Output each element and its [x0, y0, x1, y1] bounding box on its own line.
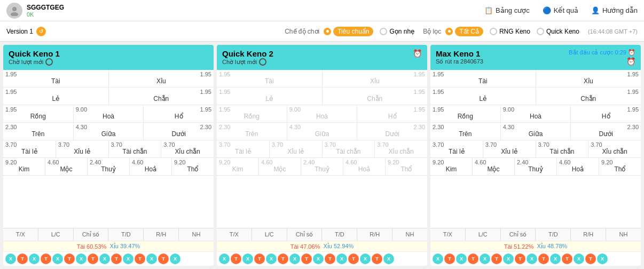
- chip-3[interactable]: T: [41, 254, 51, 264]
- chip-1[interactable]: T: [17, 254, 28, 264]
- bet-cell-Thổ[interactable]: 9.20Thổ: [599, 158, 641, 175]
- chip-13[interactable]: T: [158, 254, 169, 264]
- bet-cell-Thuỷ[interactable]: 2.40Thuỷ: [301, 158, 343, 175]
- bet-cell-Giữa[interactable]: 4.30Giữa: [501, 123, 571, 140]
- bet-cell-Thuỷ[interactable]: 2.40Thuỷ: [88, 158, 130, 175]
- bet-cell-Mộc[interactable]: 4.60Mộc: [45, 158, 88, 175]
- chip-4[interactable]: X: [266, 254, 277, 264]
- nav-bang-cuoc[interactable]: 📋 Bảng cược: [484, 6, 530, 14]
- bet-cell-Dưới[interactable]: 2.30Dưới: [357, 123, 427, 140]
- tab-lc[interactable]: L/C: [466, 228, 501, 241]
- bet-cell-Hoả[interactable]: 4.60Hoả: [130, 158, 172, 175]
- chip-14[interactable]: X: [597, 254, 608, 264]
- bet-cell-Lẻ[interactable]: 1.95Lẻ: [3, 88, 109, 105]
- bet-cell-Xỉu lẻ[interactable]: 3.70Xỉu lẻ: [483, 140, 536, 157]
- chip-2[interactable]: X: [29, 254, 40, 264]
- bet-cell-Xỉu chẵn[interactable]: 3.70Xỉu chẵn: [588, 140, 641, 157]
- bet-cell-Thổ[interactable]: 9.20Thổ: [386, 158, 427, 175]
- tab-rh[interactable]: R/H: [571, 228, 606, 241]
- tab-tx[interactable]: T/X: [430, 228, 466, 241]
- bet-cell-Thổ[interactable]: 9.20Thổ: [172, 158, 214, 175]
- bet-cell-Xỉu[interactable]: 1.95Xỉu: [109, 70, 214, 87]
- bet-cell-Hoà[interactable]: 9.00Hoà: [501, 105, 571, 122]
- bet-cell-Kim[interactable]: 9.20Kim: [430, 158, 473, 175]
- bet-cell-Dưới[interactable]: 2.30Dưới: [571, 123, 641, 140]
- chip-6[interactable]: X: [289, 254, 300, 264]
- chip-7[interactable]: T: [301, 254, 312, 264]
- chip-8[interactable]: X: [527, 254, 537, 264]
- tieu-chuan-radio[interactable]: [324, 28, 331, 35]
- chip-3[interactable]: T: [254, 254, 265, 264]
- tab-chỉ số[interactable]: Chỉ số: [287, 228, 323, 241]
- bet-cell-Hổ[interactable]: 1.95Hổ: [357, 105, 427, 122]
- bet-cell-Lẻ[interactable]: 1.95Lẻ: [217, 88, 323, 105]
- bet-cell-Chẵn[interactable]: 1.95Chẵn: [109, 88, 214, 105]
- chip-8[interactable]: X: [99, 254, 110, 264]
- bet-cell-Hoà[interactable]: 9.00Hoà: [287, 105, 358, 122]
- quick-keno-radio[interactable]: [537, 28, 544, 35]
- chip-14[interactable]: X: [383, 254, 394, 264]
- refresh-icon[interactable]: ↺: [36, 27, 46, 36]
- tab-lc[interactable]: L/C: [38, 228, 74, 241]
- chip-11[interactable]: T: [348, 254, 359, 264]
- rng-keno-radio[interactable]: [490, 28, 497, 35]
- chip-1[interactable]: T: [231, 254, 241, 264]
- bet-cell-Tài chẵn[interactable]: 3.70Tài chẵn: [109, 140, 162, 157]
- bet-cell-Mộc[interactable]: 4.60Mộc: [473, 158, 515, 175]
- chip-10[interactable]: X: [123, 254, 133, 264]
- tab-nh[interactable]: NH: [392, 228, 427, 241]
- bet-cell-Kim[interactable]: 9.20Kim: [3, 158, 45, 175]
- chip-8[interactable]: X: [313, 254, 324, 264]
- clock-icon[interactable]: ⏰: [413, 49, 422, 58]
- bet-cell-Xỉu lẻ[interactable]: 3.70Xỉu lẻ: [270, 140, 323, 157]
- bet-cell-Tài lẻ[interactable]: 3.70Tài lẻ: [217, 140, 270, 157]
- chip-0[interactable]: X: [433, 254, 443, 264]
- bet-cell-Chẵn[interactable]: 1.95Chẵn: [536, 88, 641, 105]
- bet-cell-Hoả[interactable]: 4.60Hoả: [343, 158, 386, 175]
- bet-cell-Giữa[interactable]: 4.30Giữa: [287, 123, 358, 140]
- tab-tx[interactable]: T/X: [217, 228, 252, 241]
- chip-11[interactable]: T: [135, 254, 145, 264]
- bet-cell-Tài lẻ[interactable]: 3.70Tài lẻ: [430, 140, 483, 157]
- bet-cell-Kim[interactable]: 9.20Kim: [217, 158, 259, 175]
- chip-5[interactable]: T: [491, 254, 502, 264]
- tab-tx[interactable]: T/X: [3, 228, 38, 241]
- chip-7[interactable]: T: [88, 254, 98, 264]
- bet-cell-Dưới[interactable]: 2.30Dưới: [144, 123, 214, 140]
- chip-2[interactable]: X: [456, 254, 467, 264]
- gon-nhe-radio[interactable]: [380, 28, 387, 35]
- chip-5[interactable]: T: [64, 254, 75, 264]
- bet-cell-Hoà[interactable]: 9.00Hoà: [74, 105, 144, 122]
- chip-9[interactable]: T: [111, 254, 122, 264]
- tat-ca-radio[interactable]: [445, 28, 453, 35]
- tab-chỉ số[interactable]: Chỉ số: [501, 228, 536, 241]
- tab-td[interactable]: T/D: [536, 228, 571, 241]
- bet-cell-Rồng[interactable]: 1.95Rồng: [3, 105, 74, 122]
- bet-cell-Thuỷ[interactable]: 2.40Thuỷ: [515, 158, 557, 175]
- bet-cell-Tài[interactable]: 1.95Tài: [3, 70, 109, 87]
- chip-6[interactable]: X: [76, 254, 87, 264]
- bet-cell-Tài chẵn[interactable]: 3.70Tài chẵn: [323, 140, 375, 157]
- tab-rh[interactable]: R/H: [357, 228, 392, 241]
- bet-cell-Xỉu chẵn[interactable]: 3.70Xỉu chẵn: [161, 140, 214, 157]
- chip-14[interactable]: X: [170, 254, 180, 264]
- chip-4[interactable]: X: [480, 254, 490, 264]
- bet-cell-Tài[interactable]: 1.95Tài: [430, 70, 536, 87]
- bet-cell-Xỉu[interactable]: 1.95Xỉu: [323, 70, 428, 87]
- bet-cell-Hổ[interactable]: 1.95Hổ: [571, 105, 641, 122]
- filter-rng-keno[interactable]: RNG Keno: [490, 28, 530, 35]
- chip-13[interactable]: T: [585, 254, 596, 264]
- bet-cell-Rồng[interactable]: 1.95Rồng: [430, 105, 501, 122]
- bet-cell-Tài chẵn[interactable]: 3.70Tài chẵn: [536, 140, 589, 157]
- clock-icon[interactable]: ⏰: [626, 57, 635, 66]
- bet-cell-Hổ[interactable]: 1.95Hổ: [144, 105, 214, 122]
- tab-td[interactable]: T/D: [108, 228, 144, 241]
- chip-12[interactable]: X: [574, 254, 584, 264]
- bet-cell-Lẻ[interactable]: 1.95Lẻ: [430, 88, 536, 105]
- bet-cell-Giữa[interactable]: 4.30Giữa: [74, 123, 144, 140]
- chip-11[interactable]: T: [562, 254, 572, 264]
- filter-tat-ca[interactable]: Tất Cả: [445, 27, 483, 36]
- tab-chỉ số[interactable]: Chỉ số: [74, 228, 109, 241]
- bet-cell-Mộc[interactable]: 4.60Mộc: [259, 158, 301, 175]
- bet-cell-Hoả[interactable]: 4.60Hoả: [557, 158, 599, 175]
